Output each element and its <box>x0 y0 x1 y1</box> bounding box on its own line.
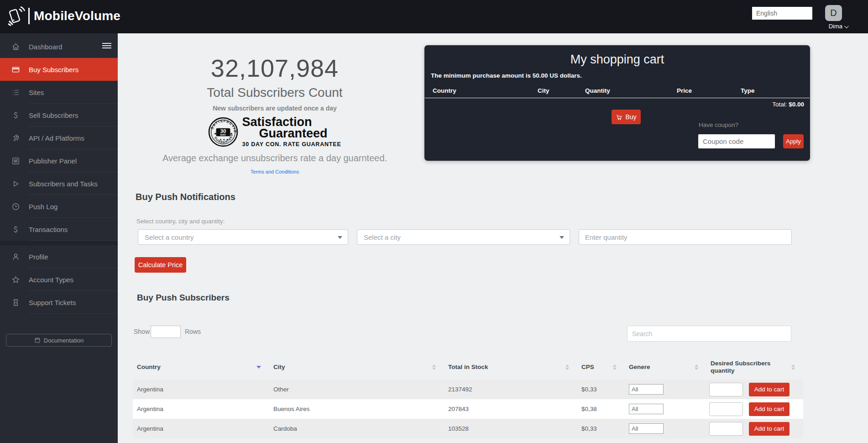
total-subscribers-count: 32,107,984 <box>157 55 392 81</box>
brand-logo[interactable]: MobileVolume <box>6 5 120 26</box>
ticket-icon <box>11 298 20 307</box>
table-header-city[interactable]: City <box>269 364 444 371</box>
shopping-cart-panel: My shopping cart The minimum purchase am… <box>424 45 810 161</box>
cell-cps: $0,33 <box>577 386 625 393</box>
rows-label: Rows <box>185 328 201 335</box>
sort-icon[interactable] <box>791 364 795 370</box>
avatar[interactable]: D <box>825 5 842 21</box>
header-label: Desired Subscribers quantity <box>711 360 774 374</box>
sidebar-item-dashboard[interactable]: Dashboard <box>0 35 118 58</box>
table-header-row: Country City Total in Stock CPS Genere <box>133 355 803 380</box>
menu-toggle-icon[interactable] <box>102 43 111 50</box>
sort-desc-icon[interactable] <box>256 366 261 369</box>
quantity-input[interactable] <box>579 229 792 245</box>
terms-link[interactable]: Terms and Conditions <box>251 169 299 174</box>
desired-quantity-input[interactable] <box>709 402 743 416</box>
sidebar-item-label: Account Types <box>29 276 73 284</box>
header-label: CPS <box>581 364 594 371</box>
country-select[interactable]: Select a country <box>138 229 348 245</box>
journal-icon <box>34 337 41 343</box>
chevron-down-icon <box>559 236 564 239</box>
sidebar-item-api-ad-platforms[interactable]: API / Ad Platforms <box>0 127 118 149</box>
sort-icon[interactable] <box>613 364 617 370</box>
table-header-genere[interactable]: Genere <box>625 364 706 371</box>
table-header-total-in-stock[interactable]: Total in Stock <box>444 364 577 371</box>
sidebar-item-support-tickets[interactable]: Support Tickets <box>0 291 118 314</box>
star-icon <box>11 275 20 284</box>
search-input[interactable] <box>627 326 791 342</box>
logo-divider <box>28 8 30 24</box>
cell-cps: $0,38 <box>577 406 625 412</box>
cell-country: Argentina <box>133 386 269 393</box>
rocket-icon <box>11 133 20 142</box>
sort-icon[interactable] <box>695 364 698 370</box>
home-icon <box>11 42 20 51</box>
dollar-icon <box>11 225 20 234</box>
credit-card-icon <box>11 65 20 74</box>
sidebar-item-account-types[interactable]: Account Types <box>0 268 118 291</box>
user-menu[interactable]: Dima <box>825 23 847 30</box>
sidebar-item-buy-subscribers[interactable]: Buy Subscribers <box>0 58 118 81</box>
buy-button-label: Buy <box>625 113 636 121</box>
cart-total: Total: $0.00 <box>772 101 804 108</box>
cell-cps: $0,33 <box>577 425 625 432</box>
user-icon <box>11 252 20 261</box>
genere-input[interactable] <box>629 423 664 434</box>
sort-icon[interactable] <box>565 364 569 370</box>
buy-button[interactable]: Buy <box>612 110 641 124</box>
desired-quantity-input[interactable] <box>709 383 743 396</box>
cell-stock: 103528 <box>444 425 577 432</box>
svg-text:★: ★ <box>230 132 233 136</box>
subscriber-stats: 32,107,984 Total Subscribers Count New s… <box>157 55 392 175</box>
sidebar-item-label: API / Ad Platforms <box>29 134 84 142</box>
sidebar-item-subscribers-and-tasks[interactable]: Subscribers and Tasks <box>0 172 118 195</box>
cell-city: Cardoba <box>269 425 444 432</box>
desired-quantity-input[interactable] <box>709 422 743 436</box>
sidebar-item-publisher-panel[interactable]: Publisher Panel <box>0 149 118 172</box>
cart-col-price: Price <box>677 87 692 94</box>
total-subscribers-label: Total Subscribers Count <box>157 85 392 100</box>
documentation-label: Documentation <box>44 337 84 344</box>
satisfaction-badge: SATISFACTION GUARANTEED 30 DAY ★ ★ ★ ★ ★… <box>157 116 392 148</box>
add-to-cart-button[interactable]: Add to cart <box>749 402 790 416</box>
sidebar-item-label: Publisher Panel <box>29 157 77 165</box>
sidebar-item-sell-subscribers[interactable]: Sell Subscribers <box>0 104 118 127</box>
sidebar-item-sites[interactable]: Sites <box>0 81 118 104</box>
sidebar-item-label: Sell Subscribers <box>29 111 78 119</box>
coupon-input[interactable] <box>698 134 775 148</box>
brand-name: MobileVolume <box>34 9 120 23</box>
sidebar-item-push-log[interactable]: Push Log <box>0 195 118 218</box>
app-root: MobileVolume D Dima Dashboard Buy Subscr… <box>0 0 868 443</box>
header-label: Country <box>137 364 161 371</box>
calculate-price-button[interactable]: Calculate Price <box>135 257 186 273</box>
sidebar-item-transactions[interactable]: Transactions <box>0 218 118 241</box>
header-label: Total in Stock <box>448 364 488 371</box>
subscribers-table: Country City Total in Stock CPS Genere <box>133 355 803 438</box>
sidebar-item-profile[interactable]: Profile <box>0 245 118 268</box>
genere-input[interactable] <box>629 404 664 414</box>
table-header-desired-quantity[interactable]: Desired Subscribers quantity <box>706 360 803 374</box>
sidebar-item-label: Dashboard <box>29 43 62 51</box>
cart-col-quantity: Quantity <box>585 87 610 94</box>
add-to-cart-button[interactable]: Add to cart <box>749 383 790 396</box>
sidebar-item-label: Support Tickets <box>29 299 76 306</box>
table-header-country[interactable]: Country <box>133 364 269 371</box>
cell-city: Other <box>269 386 444 393</box>
table-header-cps[interactable]: CPS <box>577 364 625 371</box>
genere-input[interactable] <box>629 384 664 395</box>
documentation-button[interactable]: Documentation <box>6 334 112 347</box>
sort-icon[interactable] <box>432 364 436 370</box>
add-to-cart-button[interactable]: Add to cart <box>749 422 790 436</box>
badge-line2: Guaranteed <box>242 128 341 140</box>
city-select[interactable]: Select a city <box>357 229 570 245</box>
select-instructions-label: Select country, city and quantity: <box>136 218 225 225</box>
language-select[interactable] <box>752 7 812 20</box>
apply-coupon-button[interactable]: Apply <box>783 134 804 148</box>
cell-country: Argentina <box>133 406 269 412</box>
show-rows-input[interactable] <box>151 326 181 338</box>
sidebar-item-label: Subscribers and Tasks <box>29 180 98 188</box>
play-icon <box>11 179 20 188</box>
dollar-icon <box>11 111 20 120</box>
table-row: Argentina Other 2137492 $0,33 Add to car… <box>133 380 803 399</box>
main-content: 32,107,984 Total Subscribers Count New s… <box>118 33 868 443</box>
